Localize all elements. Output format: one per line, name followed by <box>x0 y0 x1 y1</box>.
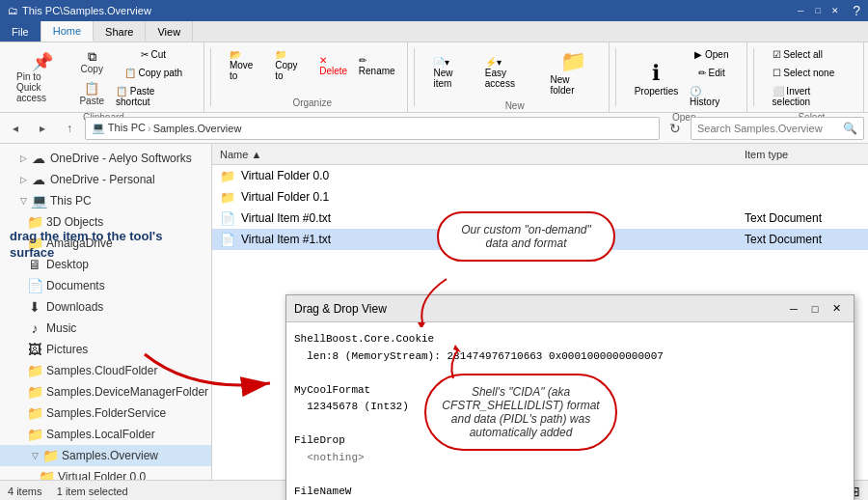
search-box[interactable]: 🔍 <box>691 117 864 140</box>
folder-icon-vf00: 📁 <box>220 168 235 183</box>
file-row-vi1[interactable]: 📄 Virtual Item #1.txt Text Document <box>212 229 868 250</box>
search-input[interactable] <box>697 123 843 134</box>
tab-view[interactable]: View <box>146 21 193 42</box>
new-item-button[interactable]: 📄▾New item <box>428 54 477 92</box>
toolbar: ◂ ▸ ↑ 💻 This PC › Samples.Overview ↻ 🔍 <box>0 113 868 144</box>
delete-button[interactable]: ✕Delete <box>314 52 352 79</box>
file-row-vi0[interactable]: 📄 Virtual Item #0.txt Text Document <box>212 208 868 229</box>
edit-button[interactable]: ✏ Edit <box>685 65 738 81</box>
copy-button[interactable]: ⧉ Copy <box>74 47 109 77</box>
file-name-vi0: Virtual Item #0.txt <box>241 211 745 225</box>
close-button[interactable]: ✕ <box>827 3 843 18</box>
file-row-vf00[interactable]: 📁 Virtual Folder 0.0 <box>212 165 868 186</box>
sep2 <box>414 48 415 106</box>
file-icon-vi0: 📄 <box>220 210 235 226</box>
new-folder-button[interactable]: 📁 New folder <box>545 46 600 98</box>
file-name-vf00: Virtual Folder 0.0 <box>241 169 745 182</box>
sidebar-item-pictures[interactable]: 🖼 Pictures <box>0 339 211 360</box>
paste-shortcut-button[interactable]: 📋 Paste shortcut <box>111 83 196 110</box>
dd-title: Drag & Drop View <box>294 302 387 316</box>
rename-button[interactable]: ✏Rename <box>354 52 399 79</box>
pin-to-quick-access-button[interactable]: 📌 Pin to Quickaccess <box>12 50 72 106</box>
dd-minimize-button[interactable]: ─ <box>784 299 803 319</box>
main-content: ▷ ☁ OneDrive - Aelyo Softworks ▷ ☁ OneDr… <box>0 144 868 480</box>
sidebar-item-onedrive-personal[interactable]: ▷ ☁ OneDrive - Personal <box>0 169 211 190</box>
history-button[interactable]: 🕐 History <box>685 83 738 110</box>
copy-path-button[interactable]: 📋 Copy path <box>111 65 196 81</box>
title-bar-text: This PC\Samples.Overview <box>22 5 151 16</box>
file-type-vi0: Text Document <box>745 211 860 225</box>
dd-line-2: len:8 (MemoryStream): 281474976710663 0x… <box>294 348 846 365</box>
select-all-button[interactable]: ☑ Select all <box>768 46 827 63</box>
address-sep: › <box>148 123 151 134</box>
tab-share[interactable]: Share <box>94 21 146 42</box>
title-bar: 🗂 This PC\Samples.Overview ─ □ ✕ ? <box>0 0 868 21</box>
paste-button[interactable]: 📋 Paste <box>74 79 109 109</box>
sep4 <box>753 48 754 106</box>
forward-button[interactable]: ▸ <box>31 117 54 140</box>
dd-line-4: MyCoolFormat <box>294 382 846 399</box>
select-none-button[interactable]: ☐ Select none <box>768 65 840 81</box>
col-header-type[interactable]: Item type <box>745 149 860 160</box>
open-button[interactable]: ▶ Open <box>685 46 738 63</box>
ribbon-group-organize: 📂Move to 📁Copy to ✕Delete ✏Rename Organi… <box>217 42 409 112</box>
status-bar-left: 4 items 1 item selected <box>8 486 128 497</box>
address-samples-overview[interactable]: Samples.Overview <box>153 123 242 134</box>
ribbon-group-clipboard: 📌 Pin to Quickaccess ⧉ Copy 📋 Paste ✂ Cu… <box>4 42 204 112</box>
sidebar-item-samples-localfolder[interactable]: 📁 Samples.LocalFolder <box>0 424 211 445</box>
back-button[interactable]: ◂ <box>4 117 27 140</box>
copy-to-button[interactable]: 📁Copy to <box>270 46 312 84</box>
sidebar-item-amalgadrive[interactable]: 📁 AmalgaDrive <box>0 233 211 254</box>
title-bar-left: 🗂 This PC\Samples.Overview <box>8 5 151 16</box>
dd-line-10: FileNameW <box>294 484 846 500</box>
easy-access-button[interactable]: ⚡▾Easy access <box>480 54 544 92</box>
dd-content[interactable]: ShellBoost.Core.Cookie len:8 (MemoryStre… <box>286 322 854 500</box>
cut-button[interactable]: ✂ Cut <box>111 46 196 63</box>
sidebar-item-downloads[interactable]: ⬇ Downloads <box>0 296 211 318</box>
sidebar-item-samples-cloudfolder[interactable]: 📁 Samples.CloudFolder <box>0 360 211 381</box>
file-icon-vi1: 📄 <box>220 232 235 247</box>
dd-line-3 <box>294 365 846 381</box>
search-icon: 🔍 <box>843 122 857 135</box>
selected-count: 1 item selected <box>57 486 128 497</box>
dd-line-5: 12345678 (Int32) <box>294 399 846 415</box>
help-icon[interactable]: ? <box>853 3 860 18</box>
dd-line-6 <box>294 416 846 432</box>
sidebar-item-music[interactable]: ♪ Music <box>0 318 211 339</box>
refresh-button[interactable]: ↻ <box>664 117 687 140</box>
address-this-pc[interactable]: 💻 This PC <box>92 122 146 134</box>
minimize-button[interactable]: ─ <box>793 3 808 18</box>
col-header-name[interactable]: Name ▲ <box>220 149 745 160</box>
sidebar-item-samples-devicemanagerfolder[interactable]: 📁 Samples.DeviceManagerFolder <box>0 381 211 403</box>
ribbon: File Home Share View 📌 Pin to Quickacces… <box>0 21 868 113</box>
title-bar-controls: ─ □ ✕ ? <box>793 3 860 18</box>
properties-button[interactable]: ℹ Properties <box>630 58 683 99</box>
sidebar-item-documents[interactable]: 📄 Documents <box>0 275 211 296</box>
dd-line-7: FileDrop <box>294 432 846 449</box>
address-bar[interactable]: 💻 This PC › Samples.Overview <box>85 117 660 140</box>
sidebar-item-3d-objects[interactable]: 📁 3D Objects <box>0 211 211 233</box>
up-button[interactable]: ↑ <box>58 117 81 140</box>
maximize-button[interactable]: □ <box>810 3 826 18</box>
sidebar-item-this-pc[interactable]: ▽ 💻 This PC <box>0 190 211 211</box>
sidebar-item-samples-folderservice[interactable]: 📁 Samples.FolderService <box>0 403 211 424</box>
file-name-vi1: Virtual Item #1.txt <box>241 233 745 246</box>
ribbon-tabs: File Home Share View <box>0 21 868 42</box>
tab-file[interactable]: File <box>0 21 41 42</box>
item-count: 4 items <box>8 486 41 497</box>
move-to-button[interactable]: 📂Move to <box>225 46 268 84</box>
dd-close-button[interactable]: ✕ <box>827 299 846 319</box>
sidebar-item-samples-overview[interactable]: ▽ 📁 Samples.Overview <box>0 445 211 466</box>
invert-selection-button[interactable]: ⬜ Invert selection <box>768 83 855 110</box>
dd-line-9 <box>294 466 846 483</box>
dd-line-1: ShellBoost.Core.Cookie <box>294 331 846 347</box>
file-row-vf01[interactable]: 📁 Virtual Folder 0.1 <box>212 186 868 208</box>
sidebar-item-virtual-folder-00[interactable]: 📁 Virtual Folder 0.0 <box>0 466 211 480</box>
sidebar-item-onedrive-aelyo[interactable]: ▷ ☁ OneDrive - Aelyo Softworks <box>0 148 211 169</box>
tab-home[interactable]: Home <box>41 21 94 42</box>
file-list-header: Name ▲ Item type <box>212 144 868 165</box>
dd-window: Drag & Drop View ─ □ ✕ ShellBoost.Core.C… <box>285 294 854 500</box>
sidebar-item-desktop[interactable]: 🖥 Desktop <box>0 254 211 275</box>
folder-icon-vf01: 📁 <box>220 189 235 205</box>
dd-maximize-button[interactable]: □ <box>805 299 825 319</box>
